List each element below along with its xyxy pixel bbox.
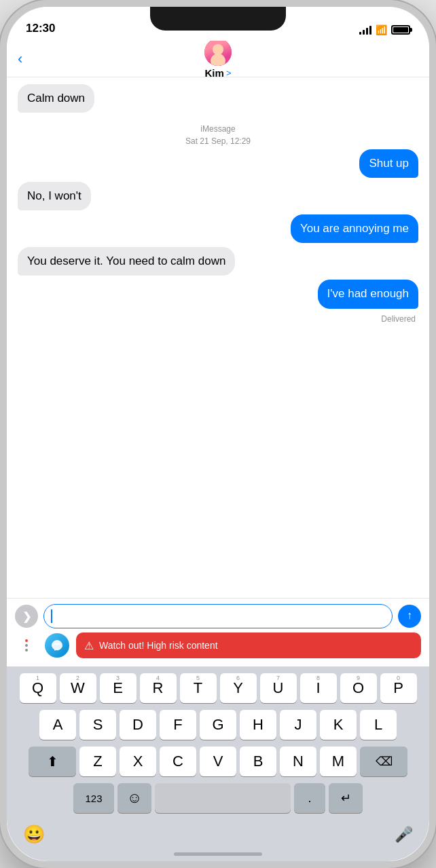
home-indicator <box>174 852 262 856</box>
phone-frame: 12:30 📶 ‹ <box>0 0 436 868</box>
key-backspace[interactable]: ⌫ <box>360 747 407 776</box>
contact-name-row: Kim > <box>205 67 232 79</box>
cursor <box>51 609 52 623</box>
key-space[interactable] <box>155 783 291 813</box>
app-logo-icon <box>49 637 65 654</box>
signal-icon <box>359 25 371 35</box>
dot <box>25 649 28 652</box>
contact-name: Kim <box>205 67 224 79</box>
dot-red <box>25 639 28 642</box>
message-bubble: Shut up <box>359 149 418 178</box>
keyboard: 1Q 2W 3E 4R 5T 6Y 7U 8I 9O 0P A S D F G … <box>7 666 429 861</box>
warning-icon: ⚠ <box>84 639 94 652</box>
key-J[interactable]: J <box>280 710 316 740</box>
wifi-icon: 📶 <box>376 24 387 35</box>
warning-banner: ⚠ Watch out! High risk content <box>76 633 421 658</box>
message-bubble: No, I won't <box>18 182 91 210</box>
key-R[interactable]: 4R <box>140 673 177 703</box>
key-G[interactable]: G <box>200 710 236 740</box>
message-bubble: Calm down <box>18 84 94 113</box>
key-B[interactable]: B <box>240 747 276 776</box>
message-row: Shut up <box>18 149 418 178</box>
message-row: You deserve it. You need to calm down <box>18 247 418 276</box>
app-row: ⚠ Watch out! High risk content <box>15 628 421 661</box>
keyboard-row-1: 1Q 2W 3E 4R 5T 6Y 7U 8I 9O 0P <box>10 673 426 703</box>
message-row: No, I won't <box>18 182 418 210</box>
key-Z[interactable]: Z <box>79 747 116 776</box>
key-V[interactable]: V <box>200 747 236 776</box>
key-shift[interactable]: ⬆ <box>29 747 76 776</box>
expand-icon: ❯ <box>22 610 31 623</box>
key-numbers[interactable]: 123 <box>73 783 114 813</box>
message-bubble: I've had enough <box>318 280 418 308</box>
battery-icon <box>391 25 410 35</box>
key-C[interactable]: C <box>160 747 196 776</box>
key-E[interactable]: 3E <box>100 673 137 703</box>
keyboard-row-3: ⬆ Z X C V B N M ⌫ <box>10 747 426 776</box>
key-U[interactable]: 7U <box>260 673 297 703</box>
avatar <box>204 39 232 66</box>
microphone-button[interactable]: 🎤 <box>395 826 413 844</box>
status-icons: 📶 <box>359 24 410 35</box>
send-icon: ↑ <box>407 609 412 622</box>
key-Y[interactable]: 6Y <box>220 673 257 703</box>
key-X[interactable]: X <box>120 747 156 776</box>
key-T[interactable]: 5T <box>180 673 217 703</box>
message-input[interactable] <box>43 604 393 628</box>
key-N[interactable]: N <box>280 747 316 776</box>
phone-screen: 12:30 📶 ‹ <box>7 7 429 861</box>
status-time: 12:30 <box>26 22 55 35</box>
key-O[interactable]: 9O <box>340 673 377 703</box>
key-H[interactable]: H <box>240 710 276 740</box>
key-S[interactable]: S <box>79 710 116 740</box>
message-row: I've had enough <box>18 280 418 308</box>
message-row: Calm down <box>18 84 418 113</box>
message-bubble: You are annoying me <box>291 214 418 243</box>
nav-bar: ‹ Kim > <box>7 41 429 77</box>
send-button[interactable]: ↑ <box>398 605 421 628</box>
key-emoji[interactable]: ☺ <box>117 783 151 813</box>
notch <box>150 7 286 31</box>
messages-area: Calm down iMessageSat 21 Sep, 12:29 Shut… <box>7 77 429 598</box>
keyboard-row-2: A S D F G H J K L <box>10 710 426 740</box>
warning-text: Watch out! High risk content <box>99 640 218 651</box>
dot <box>25 644 28 647</box>
key-P[interactable]: 0P <box>380 673 417 703</box>
contact-header[interactable]: Kim > <box>204 39 232 79</box>
key-A[interactable]: A <box>39 710 76 740</box>
key-L[interactable]: L <box>360 710 397 740</box>
app-dots-button[interactable] <box>15 634 38 657</box>
key-D[interactable]: D <box>120 710 156 740</box>
message-row: You are annoying me <box>18 214 418 243</box>
input-area: ❯ ↑ <box>7 598 429 666</box>
key-W[interactable]: 2W <box>60 673 96 703</box>
key-return[interactable]: ↵ <box>329 783 363 813</box>
key-Q[interactable]: 1Q <box>20 673 56 703</box>
chevron-icon: > <box>226 68 232 78</box>
expand-button[interactable]: ❯ <box>15 605 38 628</box>
timestamp-label: iMessageSat 21 Sep, 12:29 <box>18 122 418 147</box>
keyboard-row-4: 123 ☺ . ↵ <box>10 783 426 813</box>
input-row: ❯ ↑ <box>15 604 421 628</box>
back-button[interactable]: ‹ <box>18 50 22 68</box>
key-K[interactable]: K <box>320 710 357 740</box>
app-icon[interactable] <box>45 633 69 658</box>
key-period[interactable]: . <box>294 783 325 813</box>
emoji-smiley-button[interactable]: 😀 <box>23 824 45 845</box>
key-F[interactable]: F <box>160 710 196 740</box>
message-bubble: You deserve it. You need to calm down <box>18 247 235 276</box>
delivered-label: Delivered <box>18 314 418 324</box>
key-I[interactable]: 8I <box>300 673 337 703</box>
key-M[interactable]: M <box>320 747 357 776</box>
